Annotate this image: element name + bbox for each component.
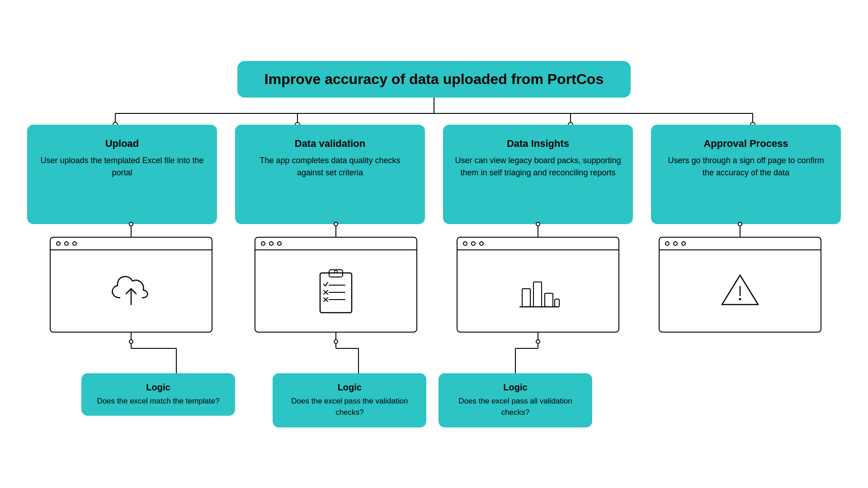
logic-box-1-wrapper: Logic Does the excel match the template? xyxy=(81,373,235,416)
logic-box-3-title: Logic xyxy=(448,382,583,393)
dot-1b xyxy=(64,241,69,246)
bracket-svg-3 xyxy=(457,342,619,378)
browser-2 xyxy=(255,237,417,333)
logic-box-3: Logic Does the excel pass all validation… xyxy=(439,373,592,427)
dot-2c xyxy=(277,241,282,246)
svg-point-9 xyxy=(750,122,755,125)
v-line-top-1 xyxy=(131,224,132,237)
circle-top-2 xyxy=(334,222,338,226)
card-approval-title: Approval Process xyxy=(703,137,788,150)
logic-box-1-body: Does the excel match the template? xyxy=(90,395,226,407)
logic-box-1-title: Logic xyxy=(90,382,226,393)
card-validation-body: The app completes data quality checks ag… xyxy=(246,155,414,179)
logic-box-3-wrapper: Logic Does the excel pass all validation… xyxy=(439,373,592,427)
dot-4a xyxy=(665,241,670,246)
svg-point-7 xyxy=(568,122,573,125)
circle-bot-1 xyxy=(129,339,133,344)
upload-icon xyxy=(106,268,156,314)
card-upload: Upload User uploads the templated Excel … xyxy=(27,125,217,224)
top-connector xyxy=(27,98,841,125)
logic-box-2-title: Logic xyxy=(282,382,417,393)
browser-bar-3 xyxy=(458,238,618,250)
middle-section: Logic Does the excel match the template? xyxy=(27,224,841,427)
card-validation-title: Data validation xyxy=(295,137,365,150)
card-approval-body: Users go through a sign off page to conf… xyxy=(662,155,830,179)
card-validation: Data validation The app completes data q… xyxy=(235,125,425,224)
browser-bar-4 xyxy=(660,238,821,250)
v-line-top-4 xyxy=(740,224,741,237)
dot-3c xyxy=(479,241,484,246)
browser-4 xyxy=(659,237,821,333)
svg-point-5 xyxy=(295,122,300,125)
dot-2b xyxy=(269,241,274,246)
bracket-svg-2 xyxy=(255,342,417,378)
warning-icon xyxy=(717,268,763,314)
dot-3a xyxy=(463,241,467,246)
dot-2a xyxy=(261,241,265,246)
logic-box-2: Logic Does the excel pass the validation… xyxy=(273,373,426,427)
dot-4b xyxy=(673,241,678,246)
v-line-top-3 xyxy=(538,224,538,237)
top-connector-svg xyxy=(27,98,841,125)
svg-point-43 xyxy=(739,298,741,300)
svg-rect-32 xyxy=(522,289,530,307)
v-line-mid-2 xyxy=(335,333,336,342)
dot-3b xyxy=(471,241,476,246)
card-upload-title: Upload xyxy=(105,137,139,150)
browser-3 xyxy=(457,237,619,333)
checklist-icon xyxy=(316,266,356,316)
card-insights: Data Insights User can view legacy board… xyxy=(443,125,633,224)
svg-rect-34 xyxy=(545,293,553,307)
logic-box-2-body: Does the excel pass the validation check… xyxy=(282,395,417,418)
card-upload-body: User uploads the templated Excel file in… xyxy=(38,155,206,179)
title-text: Improve accuracy of data uploaded from P… xyxy=(264,71,604,87)
logic-box-1: Logic Does the excel match the template? xyxy=(81,373,235,416)
circle-top-4 xyxy=(738,222,742,226)
dot-1a xyxy=(56,241,61,246)
browser-col-2: Logic Does the excel pass the validation… xyxy=(235,224,437,427)
logic-box-2-wrapper: Logic Does the excel pass the validation… xyxy=(273,373,426,427)
browser-content-2 xyxy=(255,250,416,332)
svg-point-3 xyxy=(113,122,118,125)
card-approval: Approval Process Users go through a sign… xyxy=(651,125,841,224)
circle-top-3 xyxy=(536,222,540,226)
v-line-mid-1 xyxy=(131,333,132,342)
browser-col-4 xyxy=(639,224,841,427)
svg-rect-35 xyxy=(555,299,559,307)
title-box: Improve accuracy of data uploaded from P… xyxy=(237,61,631,98)
browser-content-1 xyxy=(51,250,212,332)
browser-content-4 xyxy=(660,250,821,332)
v-line-mid-3 xyxy=(538,333,538,342)
browser-col-3: Logic Does the excel pass all validation… xyxy=(437,224,639,427)
circle-bot-2 xyxy=(334,339,338,344)
browser-content-3 xyxy=(458,250,618,332)
browser-bar-2 xyxy=(255,238,416,250)
browser-col-1: Logic Does the excel match the template? xyxy=(27,224,235,427)
circle-bot-3 xyxy=(536,339,540,344)
logic-box-3-body: Does the excel pass all validation check… xyxy=(448,395,583,418)
diagram: Improve accuracy of data uploaded from P… xyxy=(27,61,841,427)
browser-bar-1 xyxy=(51,238,212,250)
bracket-svg-1 xyxy=(50,342,212,378)
card-insights-body: User can view legacy board packs, suppor… xyxy=(454,155,622,179)
circle-top-1 xyxy=(129,222,133,226)
browser-1 xyxy=(50,237,212,333)
v-line-top-2 xyxy=(335,224,336,237)
top-row: Upload User uploads the templated Excel … xyxy=(27,125,841,224)
dot-1c xyxy=(72,241,77,246)
svg-rect-33 xyxy=(533,282,542,307)
dot-4c xyxy=(681,241,686,246)
chart-icon xyxy=(513,268,563,314)
card-insights-title: Data Insights xyxy=(507,137,569,150)
